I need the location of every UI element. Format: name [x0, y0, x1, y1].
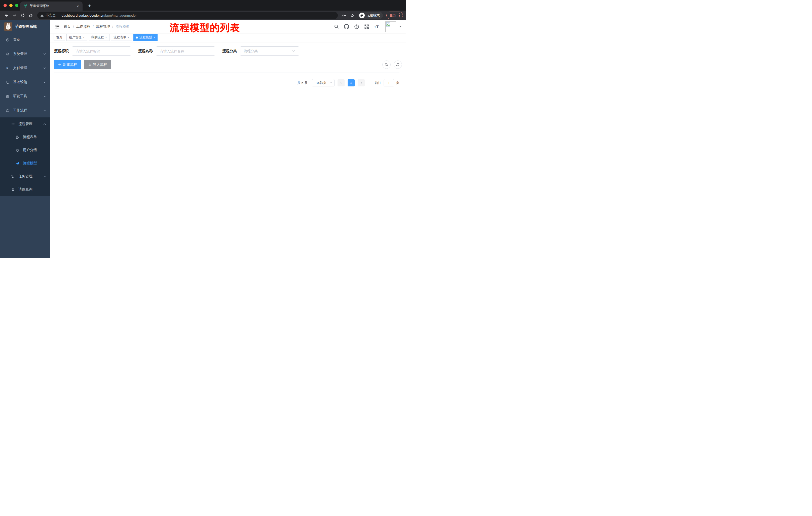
chevron-up-icon: [43, 109, 47, 112]
active-tag-dot: [136, 36, 138, 38]
tag-close-icon[interactable]: ×: [105, 35, 107, 39]
breadcrumb-separator: /: [93, 25, 94, 29]
goto-label: 前往: [375, 81, 382, 85]
back-icon[interactable]: [3, 12, 10, 19]
tag-我的流程[interactable]: 我的流程×: [89, 34, 110, 41]
page-content: 流程标识流程名称流程分类流程分类 新建流程 导入流程 共 5 条: [50, 42, 406, 94]
update-label: 更新: [389, 13, 397, 18]
sidebar-logo[interactable]: 芋道管理系统: [0, 20, 50, 33]
home-icon[interactable]: [27, 12, 34, 19]
page-size-select[interactable]: 10条/页: [312, 79, 335, 86]
tag-流程表单[interactable]: 流程表单×: [111, 34, 132, 41]
chevron-down-icon: [43, 52, 47, 56]
table-toolbar: 新建流程 导入流程: [54, 60, 402, 69]
incognito-badge: 无痕模式: [358, 12, 383, 19]
send-icon: [16, 162, 19, 165]
breadcrumb: 首页/工作流程/流程管理/流程模型: [64, 24, 129, 29]
github-icon[interactable]: [344, 24, 349, 29]
window-close-button[interactable]: [3, 4, 7, 7]
insecure-warning-icon: [40, 13, 44, 17]
breadcrumb-item[interactable]: 首页: [64, 24, 71, 29]
svg-text:T: T: [376, 24, 379, 29]
sidebar-item-系统管理[interactable]: 系统管理: [0, 47, 50, 61]
sidebar-item-label: 流程管理: [18, 122, 43, 126]
filter-input-field[interactable]: [76, 49, 127, 53]
new-tab-button[interactable]: +: [86, 2, 93, 9]
refresh-icon[interactable]: [394, 60, 402, 69]
app-title: 芋道管理系统: [15, 24, 37, 29]
toggle-search-icon[interactable]: [382, 60, 390, 69]
sidebar-item-任务管理[interactable]: 任务管理: [0, 170, 50, 183]
sidebar-item-工作流程[interactable]: 工作流程: [0, 103, 50, 117]
window-minimize-button[interactable]: [9, 4, 12, 7]
tag-close-icon[interactable]: ×: [83, 35, 85, 39]
help-icon[interactable]: [354, 24, 359, 29]
filter-input-field[interactable]: [160, 49, 211, 53]
sidebar-item-流程模型[interactable]: 流程模型: [0, 157, 50, 170]
sidebar-item-流程管理[interactable]: 流程管理: [0, 117, 50, 131]
avatar-caret-icon[interactable]: [399, 25, 402, 28]
window-zoom-button[interactable]: [15, 4, 18, 7]
tag-租户管理[interactable]: 租户管理×: [66, 34, 87, 41]
browser-tab[interactable]: 芋道管理系统 ×: [20, 1, 83, 10]
font-size-icon[interactable]: TT: [374, 24, 380, 29]
breadcrumb-item: 流程模型: [116, 24, 129, 29]
toolbox-icon: [6, 94, 9, 98]
url-bar[interactable]: 不安全 dashboard.yudao.iocoder.cn/bpm/manag…: [37, 12, 338, 19]
upload-icon: [88, 63, 91, 66]
search-icon[interactable]: [334, 24, 339, 29]
bookmark-star-icon[interactable]: [349, 12, 356, 19]
tag-close-icon[interactable]: ×: [127, 35, 129, 39]
browser-menu-icon[interactable]: [399, 13, 401, 18]
update-chip[interactable]: 更新: [386, 11, 403, 19]
pagination-total: 共 5 条: [297, 81, 308, 85]
select-placeholder: 流程分类: [244, 49, 258, 53]
sidebar-item-label: 请假查询: [18, 187, 47, 192]
navbar-actions: TT: [334, 21, 402, 32]
dashboard-icon: [6, 38, 9, 42]
user-avatar[interactable]: [385, 21, 396, 32]
prev-page-button[interactable]: [338, 79, 345, 86]
filter-label-流程名称: 流程名称: [138, 49, 153, 53]
url-divider: [59, 13, 59, 18]
briefcase-icon: [6, 109, 9, 112]
forward-icon[interactable]: [11, 12, 18, 19]
filter-select-流程分类[interactable]: 流程分类: [240, 46, 299, 56]
tag-流程模型[interactable]: 流程模型×: [134, 34, 158, 41]
tag-label: 首页: [56, 35, 62, 39]
reload-icon[interactable]: [19, 12, 26, 19]
sidebar-menu: 首页系统管理¥支付管理基础设施研发工具工作流程流程管理流程表单用户分组流程模型任…: [0, 33, 50, 196]
fullscreen-icon[interactable]: [364, 24, 369, 29]
tags-view-bar: 首页租户管理×我的流程×流程表单×流程模型×: [50, 33, 406, 42]
sidebar-collapse-icon[interactable]: [53, 22, 62, 31]
svg-text:T: T: [374, 25, 376, 28]
sidebar-item-首页[interactable]: 首页: [0, 33, 50, 47]
incognito-icon: [359, 12, 365, 18]
breadcrumb-separator: /: [112, 25, 113, 29]
sidebar-item-基础设施[interactable]: 基础设施: [0, 75, 50, 89]
goto-page-input[interactable]: [384, 79, 394, 86]
sidebar-item-用户分组[interactable]: 用户分组: [0, 144, 50, 157]
sidebar-item-请假查询[interactable]: 请假查询: [0, 183, 50, 196]
filter-label-流程分类: 流程分类: [222, 49, 237, 53]
breadcrumb-item[interactable]: 流程管理: [96, 24, 110, 29]
sidebar-item-label: 流程表单: [23, 135, 47, 139]
browser-tab-strip: 芋道管理系统 × +: [0, 0, 406, 10]
chevron-down-icon: [43, 66, 47, 70]
tag-close-icon[interactable]: ×: [153, 35, 155, 39]
create-flow-button[interactable]: 新建流程: [54, 60, 81, 69]
next-page-button[interactable]: [358, 79, 365, 86]
current-page[interactable]: 1: [348, 79, 355, 86]
breadcrumb-item[interactable]: 工作流程: [76, 24, 90, 29]
sidebar-item-支付管理[interactable]: ¥支付管理: [0, 61, 50, 75]
goto-unit: 页: [396, 81, 400, 85]
sidebar-item-流程表单[interactable]: 流程表单: [0, 131, 50, 144]
user-icon: [11, 188, 15, 191]
key-icon[interactable]: [341, 12, 348, 19]
sidebar-item-研发工具[interactable]: 研发工具: [0, 89, 50, 103]
tab-close-icon[interactable]: ×: [76, 4, 80, 8]
url-domain: dashboard.yudao.iocoder.cn: [62, 13, 105, 18]
import-flow-button[interactable]: 导入流程: [84, 60, 111, 69]
tag-首页[interactable]: 首页: [54, 34, 65, 41]
group-icon: [16, 148, 19, 152]
